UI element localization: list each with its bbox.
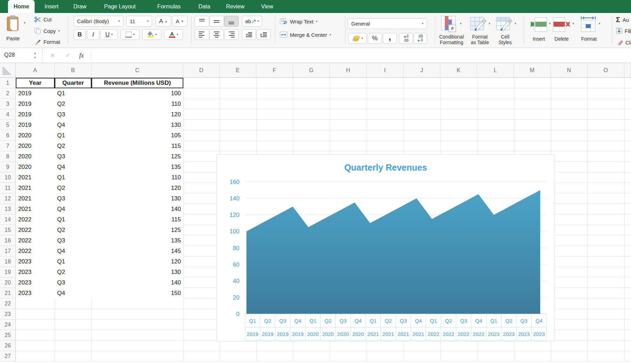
tab-draw[interactable]: Draw <box>68 0 92 13</box>
column-header-E[interactable]: E <box>219 63 256 78</box>
cancel-button[interactable]: × <box>50 48 55 63</box>
table-cell[interactable]: 2020 <box>16 141 55 151</box>
table-cell[interactable]: 130 <box>91 120 183 130</box>
insert-function-button[interactable]: fx <box>79 48 84 63</box>
row-header-14[interactable]: 14 <box>0 214 16 225</box>
decrease-indent-button[interactable] <box>242 29 256 40</box>
autosum-button[interactable]: Σ Au <box>616 16 629 24</box>
select-all-corner[interactable] <box>0 63 16 78</box>
tab-formulas[interactable]: Formulas <box>152 0 186 13</box>
table-cell[interactable]: 120 <box>91 183 183 193</box>
format-as-table-dropdown-arrow[interactable]: ▾ <box>489 22 490 25</box>
table-cell[interactable]: Q3 <box>55 235 91 246</box>
tab-view[interactable]: View <box>256 0 279 13</box>
table-cell[interactable]: 115 <box>91 214 183 225</box>
name-box-stepper[interactable]: ▲▼ <box>34 51 36 60</box>
column-header-L[interactable]: L <box>477 63 514 78</box>
tab-insert[interactable]: Insert <box>39 0 64 13</box>
align-top-button[interactable] <box>195 16 209 27</box>
table-cell[interactable]: 120 <box>91 256 183 267</box>
accounting-dropdown-arrow[interactable]: ▾ <box>361 37 363 40</box>
table-cell[interactable]: 130 <box>91 267 183 277</box>
copy-button[interactable]: Copy ▾ <box>34 28 60 34</box>
table-cell[interactable]: 2019 <box>16 120 55 130</box>
column-header-I[interactable]: I <box>367 63 403 78</box>
table-cell[interactable]: 2022 <box>16 246 55 256</box>
table-cell[interactable]: 140 <box>91 277 183 288</box>
row-header-22[interactable]: 22 <box>0 298 16 309</box>
revenue-area-chart[interactable]: 020406080100120140160Q12019Q22019Q32019Q… <box>217 154 555 342</box>
table-cell[interactable]: 2023 <box>16 256 55 267</box>
row-header-11[interactable]: 11 <box>0 183 16 193</box>
decrease-decimal-button[interactable]: .00 ▶.0 <box>414 33 427 44</box>
row-header-4[interactable]: 4 <box>0 109 16 120</box>
row-header-24[interactable]: 24 <box>0 320 16 330</box>
table-cell[interactable]: 120 <box>91 109 183 120</box>
tab-review[interactable]: Review <box>220 0 250 13</box>
format-cells-dropdown-arrow[interactable]: ▾ <box>599 22 601 25</box>
table-cell[interactable]: 2020 <box>16 151 55 162</box>
table-cell[interactable]: Q4 <box>55 120 91 130</box>
table-cell[interactable]: Q2 <box>55 141 91 151</box>
delete-cells-dropdown-arrow[interactable]: ▾ <box>572 22 574 25</box>
column-header-D[interactable]: D <box>183 63 219 78</box>
decrease-font-size-button[interactable]: A▼ <box>172 16 188 27</box>
table-cell[interactable]: Q3 <box>55 193 91 204</box>
column-header-partial[interactable] <box>624 63 631 78</box>
increase-decimal-button[interactable]: ◀.0 .00 <box>399 33 413 44</box>
table-cell[interactable]: 2020 <box>16 162 55 172</box>
row-header-9[interactable]: 9 <box>0 162 16 172</box>
table-cell[interactable]: Q2 <box>55 225 91 235</box>
merge-center-button[interactable]: Merge & Center ▾ <box>280 32 331 38</box>
table-cell[interactable]: 2021 <box>16 172 55 183</box>
tab-data[interactable]: Data <box>193 0 216 13</box>
table-cell[interactable]: 145 <box>91 246 183 256</box>
table-cell[interactable]: Q1 <box>55 214 91 225</box>
row-header-3[interactable]: 3 <box>0 99 16 109</box>
merge-center-dropdown-arrow[interactable]: ▾ <box>330 33 331 36</box>
column-header-K[interactable]: K <box>440 63 477 78</box>
table-cell[interactable]: 150 <box>91 288 183 298</box>
row-header-25[interactable]: 25 <box>0 330 16 341</box>
underline-dropdown-arrow[interactable]: ▾ <box>111 33 113 36</box>
row-header-19[interactable]: 19 <box>0 267 16 277</box>
table-cell[interactable]: 2019 <box>16 109 55 120</box>
row-header-12[interactable]: 12 <box>0 193 16 204</box>
row-header-20[interactable]: 20 <box>0 277 16 288</box>
table-cell[interactable]: Q4 <box>55 246 91 256</box>
fill-color-button[interactable]: ▾ <box>142 29 161 40</box>
table-cell[interactable]: Q4 <box>55 162 91 172</box>
table-cell[interactable]: Q2 <box>55 267 91 277</box>
align-bottom-button[interactable] <box>224 16 239 27</box>
table-cell[interactable]: 135 <box>91 235 183 246</box>
font-color-button[interactable]: A ▾ <box>164 29 183 40</box>
column-header-B[interactable]: B <box>55 63 91 78</box>
table-cell[interactable]: Q1 <box>55 130 91 141</box>
fill-button[interactable]: Fill <box>616 28 631 34</box>
table-cell[interactable]: 2021 <box>16 193 55 204</box>
row-header-1[interactable]: 1 <box>0 78 16 88</box>
row-header-8[interactable]: 8 <box>0 151 16 162</box>
row-header-26[interactable]: 26 <box>0 341 16 351</box>
borders-dropdown-arrow[interactable]: ▾ <box>133 33 135 36</box>
table-cell[interactable]: Q2 <box>55 183 91 193</box>
column-header-G[interactable]: G <box>293 63 330 78</box>
table-cell[interactable]: 2021 <box>16 183 55 193</box>
column-header-H[interactable]: H <box>330 63 367 78</box>
table-header-cell[interactable]: Year <box>16 78 55 88</box>
increase-indent-button[interactable] <box>257 29 271 40</box>
italic-button[interactable]: I <box>87 29 99 40</box>
font-color-dropdown-arrow[interactable]: ▾ <box>177 33 178 36</box>
row-header-27[interactable]: 27 <box>0 351 16 362</box>
copy-dropdown-arrow[interactable]: ▾ <box>58 29 60 33</box>
table-cell[interactable]: 140 <box>91 204 183 214</box>
table-cell[interactable]: 2023 <box>16 267 55 277</box>
table-cell[interactable]: 105 <box>91 130 183 141</box>
row-header-7[interactable]: 7 <box>0 141 16 151</box>
comma-style-button[interactable]: , <box>383 33 397 44</box>
orientation-dropdown-arrow[interactable]: ▾ <box>257 20 259 23</box>
align-middle-button[interactable] <box>209 16 224 27</box>
table-cell[interactable]: 110 <box>91 99 183 109</box>
borders-button[interactable]: ▾ <box>121 29 140 40</box>
fill-color-dropdown-arrow[interactable]: ▾ <box>155 33 157 36</box>
